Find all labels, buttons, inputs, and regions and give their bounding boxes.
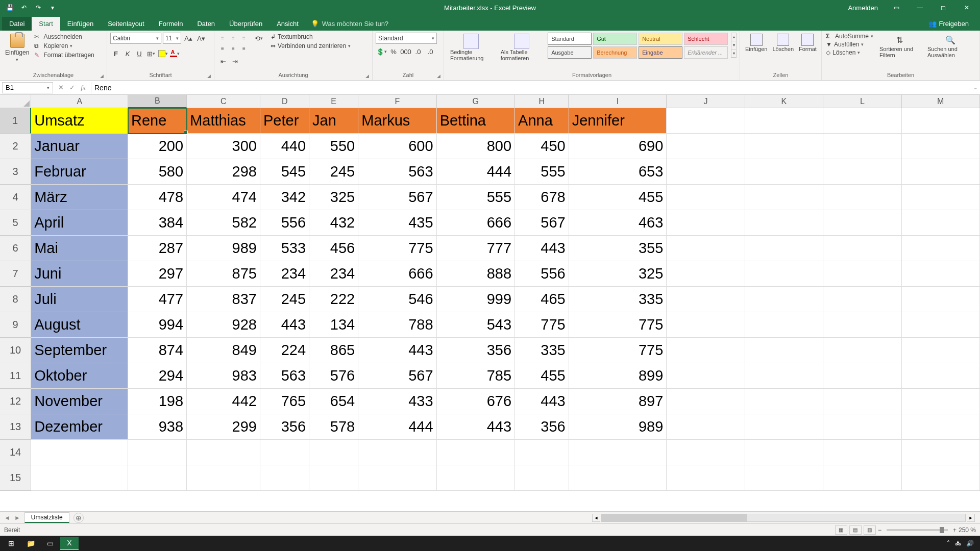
- increase-decimal-button[interactable]: .0: [412, 46, 424, 57]
- cell-D3[interactable]: 545: [260, 159, 309, 185]
- cell-M15[interactable]: [902, 465, 980, 491]
- cell-C4[interactable]: 474: [187, 185, 260, 210]
- cell-L12[interactable]: [823, 389, 901, 414]
- cell-I3[interactable]: 653: [569, 159, 667, 185]
- undo-icon[interactable]: ↶: [17, 2, 31, 14]
- cell-E10[interactable]: 865: [309, 338, 358, 363]
- cell-C1[interactable]: Matthias: [187, 108, 260, 134]
- cell-B6[interactable]: 287: [128, 236, 187, 261]
- cell-L7[interactable]: [823, 261, 901, 287]
- col-header-M[interactable]: M: [902, 95, 980, 108]
- cell-L4[interactable]: [823, 185, 901, 210]
- cell-M2[interactable]: [902, 134, 980, 159]
- cell-E4[interactable]: 325: [309, 185, 358, 210]
- row-header-6[interactable]: 6: [0, 236, 31, 261]
- cell-J8[interactable]: [667, 287, 745, 312]
- cell-D13[interactable]: 356: [260, 414, 309, 440]
- style-schlecht[interactable]: Schlecht: [684, 33, 728, 45]
- sheet-nav-next-icon[interactable]: ►: [14, 514, 20, 521]
- cell-F14[interactable]: [358, 440, 436, 465]
- cell-A14[interactable]: [31, 440, 128, 465]
- cell-I10[interactable]: 775: [569, 338, 667, 363]
- cell-B5[interactable]: 384: [128, 210, 187, 236]
- cell-I13[interactable]: 989: [569, 414, 667, 440]
- name-box[interactable]: B1▾: [2, 82, 53, 93]
- tray-volume-icon[interactable]: 🔊: [966, 540, 974, 547]
- merge-center-button[interactable]: ⇔Verbinden und zentrieren▾: [270, 42, 352, 50]
- col-header-J[interactable]: J: [667, 95, 745, 108]
- bold-button[interactable]: F: [110, 48, 121, 59]
- cell-L1[interactable]: [823, 108, 901, 134]
- cell-E3[interactable]: 245: [309, 159, 358, 185]
- cell-I14[interactable]: [569, 440, 667, 465]
- percent-format-button[interactable]: %: [388, 46, 399, 57]
- col-header-E[interactable]: E: [309, 95, 358, 108]
- cell-G15[interactable]: [437, 465, 515, 491]
- cell-L14[interactable]: [823, 440, 901, 465]
- format-painter-button[interactable]: ✎Format übertragen: [33, 51, 95, 59]
- redo-icon[interactable]: ↷: [32, 2, 45, 14]
- tab-view[interactable]: Ansicht: [270, 17, 306, 31]
- cell-H9[interactable]: 775: [515, 312, 569, 338]
- row-header-3[interactable]: 3: [0, 159, 31, 185]
- style-gut[interactable]: Gut: [593, 33, 637, 45]
- underline-button[interactable]: U: [134, 48, 145, 59]
- comma-format-button[interactable]: 000: [400, 46, 411, 57]
- cell-C5[interactable]: 582: [187, 210, 260, 236]
- cell-I2[interactable]: 690: [569, 134, 667, 159]
- cell-J11[interactable]: [667, 363, 745, 389]
- cell-K11[interactable]: [745, 363, 823, 389]
- cell-G11[interactable]: 785: [437, 363, 515, 389]
- cell-F7[interactable]: 666: [358, 261, 436, 287]
- cell-M1[interactable]: [902, 108, 980, 134]
- cell-H11[interactable]: 455: [515, 363, 569, 389]
- cell-F10[interactable]: 443: [358, 338, 436, 363]
- cell-H6[interactable]: 443: [515, 236, 569, 261]
- row-header-2[interactable]: 2: [0, 134, 31, 159]
- close-icon[interactable]: ✕: [955, 2, 978, 14]
- font-name-select[interactable]: Calibri▾: [110, 33, 161, 44]
- cell-I6[interactable]: 355: [569, 236, 667, 261]
- cell-M7[interactable]: [902, 261, 980, 287]
- cell-B10[interactable]: 874: [128, 338, 187, 363]
- cell-L3[interactable]: [823, 159, 901, 185]
- cell-K3[interactable]: [745, 159, 823, 185]
- cell-G9[interactable]: 543: [437, 312, 515, 338]
- cell-D7[interactable]: 234: [260, 261, 309, 287]
- qat-customize-icon[interactable]: ▾: [46, 2, 59, 14]
- cell-H5[interactable]: 567: [515, 210, 569, 236]
- cell-A4[interactable]: März: [31, 185, 128, 210]
- number-format-select[interactable]: Standard▾: [376, 33, 437, 44]
- cell-B1[interactable]: Rene: [128, 108, 187, 134]
- minimize-icon[interactable]: —: [909, 2, 931, 14]
- cancel-formula-icon[interactable]: ✕: [55, 82, 66, 93]
- cell-I12[interactable]: 897: [569, 389, 667, 414]
- cell-C9[interactable]: 928: [187, 312, 260, 338]
- cell-A8[interactable]: Juli: [31, 287, 128, 312]
- cell-H7[interactable]: 556: [515, 261, 569, 287]
- fill-button[interactable]: ▼Ausfüllen▾: [825, 41, 874, 48]
- row-header-10[interactable]: 10: [0, 338, 31, 363]
- save-icon[interactable]: 💾: [3, 2, 16, 14]
- find-select-button[interactable]: 🔍Suchen und Auswählen: [924, 33, 976, 59]
- cell-H3[interactable]: 555: [515, 159, 569, 185]
- row-header-5[interactable]: 5: [0, 210, 31, 236]
- col-header-D[interactable]: D: [260, 95, 309, 108]
- cell-F11[interactable]: 567: [358, 363, 436, 389]
- cell-D1[interactable]: Peter: [260, 108, 309, 134]
- cell-D5[interactable]: 556: [260, 210, 309, 236]
- row-header-4[interactable]: 4: [0, 185, 31, 210]
- cell-styles-gallery[interactable]: Standard Gut Neutral Schlecht Ausgabe Be…: [548, 33, 728, 59]
- col-header-K[interactable]: K: [745, 95, 823, 108]
- cell-D4[interactable]: 342: [260, 185, 309, 210]
- hscroll-left-icon[interactable]: ◄: [592, 514, 600, 522]
- cell-F8[interactable]: 546: [358, 287, 436, 312]
- cell-F3[interactable]: 563: [358, 159, 436, 185]
- cell-J7[interactable]: [667, 261, 745, 287]
- cell-D6[interactable]: 533: [260, 236, 309, 261]
- cell-G10[interactable]: 356: [437, 338, 515, 363]
- col-header-A[interactable]: A: [31, 95, 128, 108]
- format-cells-button[interactable]: Format: [797, 33, 819, 53]
- tray-chevron-icon[interactable]: ˄: [947, 540, 950, 547]
- cell-D10[interactable]: 224: [260, 338, 309, 363]
